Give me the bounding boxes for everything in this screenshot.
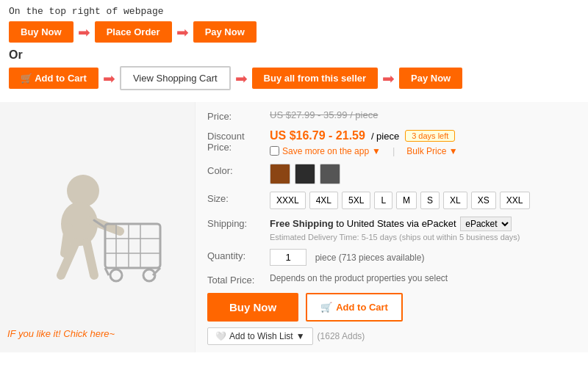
discount-price: US $16.79 - 21.59 [270,129,365,142]
add-to-cart-button[interactable]: 🛒 Add to Cart [306,293,403,322]
price-row: Price: US $27.99 - 35.99 / piece [207,109,576,122]
main-content: IF you like it! Chick here~ Price: US $2… [0,102,588,352]
shipping-label: Shipping: [207,217,270,229]
discount-value: US $16.79 - 21.59 / piece 3 days left Sa… [270,129,576,156]
bulk-price-link[interactable]: Bulk Price ▼ [406,146,457,156]
quantity-label: Quantity: [207,249,270,261]
color-row: Color: [207,164,576,184]
quantity-value: piece (713 pieces available) [270,249,576,266]
arrow-3 [103,70,115,87]
discount-label: DiscountPrice: [207,129,270,153]
color-swatch-1[interactable] [270,164,290,184]
product-image: IF you like it! Chick here~ [0,102,195,352]
size-button[interactable]: S [420,192,440,209]
svg-point-0 [67,175,99,207]
price-value: US $27.99 - 35.99 / piece [270,109,576,120]
shipping-detail: Estimated Delivery Time: 5-15 days (ship… [270,233,576,242]
size-button[interactable]: M [396,192,417,209]
original-price: US $27.99 - 35.99 / piece [270,109,378,120]
pay-now-button-top[interactable]: Pay Now [193,21,257,43]
flow-row-1: Buy Now Place Order Pay Now [9,21,579,43]
arrow-4 [235,70,248,87]
size-button[interactable]: 5XL [342,192,370,209]
chevron-down-icon-2: ▼ [449,146,458,156]
total-price-label: Total Price: [207,273,270,286]
days-left-badge: 3 days left [405,130,455,142]
color-swatch-2[interactable] [295,164,315,184]
size-row: Size: XXXL4XL5XLLMSXLXSXXL [207,192,576,209]
size-button[interactable]: L [374,192,392,209]
size-button[interactable]: XXL [500,192,530,209]
if-you-like-text: IF you like it! Chick here~ [7,328,115,339]
save-more-checkbox[interactable] [270,146,279,156]
size-button[interactable]: XXXL [270,192,306,209]
size-button[interactable]: XL [443,192,467,209]
arrow-5 [382,70,395,87]
or-text: Or [9,48,579,62]
place-order-button[interactable]: Place Order [95,21,172,43]
svg-point-13 [110,269,122,281]
chevron-down-icon: ▼ [372,146,381,156]
shipping-info: Free Shipping to United States via ePack… [270,217,576,242]
color-swatch-3[interactable] [320,164,340,184]
buy-now-button-top[interactable]: Buy Now [9,21,74,43]
shipping-select[interactable]: ePacket [460,217,512,231]
chevron-down-icon-3: ▼ [296,331,305,341]
product-details: Price: US $27.99 - 35.99 / piece Discoun… [195,102,588,352]
wishlist-count: (1628 Adds) [318,331,365,341]
heart-icon: 🤍 [215,331,226,341]
quantity-input[interactable] [270,249,306,266]
buy-now-button[interactable]: Buy Now [207,293,298,322]
size-button[interactable]: 4XL [309,192,338,209]
total-price-value: Depends on the product properties you se… [270,273,576,283]
size-button[interactable]: XS [471,192,496,209]
save-more-label[interactable]: Save more on the app ▼ [270,146,381,156]
size-options: XXXL4XL5XLLMSXLXSXXL [270,192,576,209]
shipping-row: Shipping: Free Shipping to United States… [207,217,576,242]
view-shopping-cart-button[interactable]: View Shopping Cart [120,66,231,90]
quantity-available: piece (713 pieces available) [315,253,425,263]
total-price-row: Total Price: Depends on the product prop… [207,273,576,286]
separator: | [392,145,395,156]
cart-icon-main: 🛒 [320,302,332,313]
price-unit: / piece [371,131,399,142]
free-shipping-text: Free Shipping [270,218,334,229]
wishlist-button[interactable]: 🤍 Add to Wish List ▼ [207,327,313,345]
pay-now-button-2[interactable]: Pay Now [399,68,462,89]
size-label: Size: [207,192,270,204]
svg-line-5 [87,242,94,275]
action-buttons: Buy Now 🛒 Add to Cart [207,293,576,322]
discount-row: DiscountPrice: US $16.79 - 21.59 / piece… [207,129,576,156]
color-label: Color: [207,164,270,176]
add-to-cart-button-top[interactable]: 🛒 Add to Cart [9,68,98,89]
price-label: Price: [207,109,270,122]
cart-figure-svg [17,147,179,308]
arrow-1 [78,23,90,41]
cart-icon-top: 🛒 [21,73,32,84]
top-label: On the top right of webpage [9,6,579,17]
buy-all-seller-button[interactable]: Buy all from this seller [252,68,378,89]
quantity-row: Quantity: piece (713 pieces available) [207,249,576,266]
color-swatches [270,164,576,184]
wishlist-row: 🤍 Add to Wish List ▼ (1628 Adds) [207,327,576,345]
flow-row-2: 🛒 Add to Cart View Shopping Cart Buy all… [9,66,579,90]
arrow-2 [176,23,189,41]
shipping-dest: to United States via ePacket [336,218,456,229]
